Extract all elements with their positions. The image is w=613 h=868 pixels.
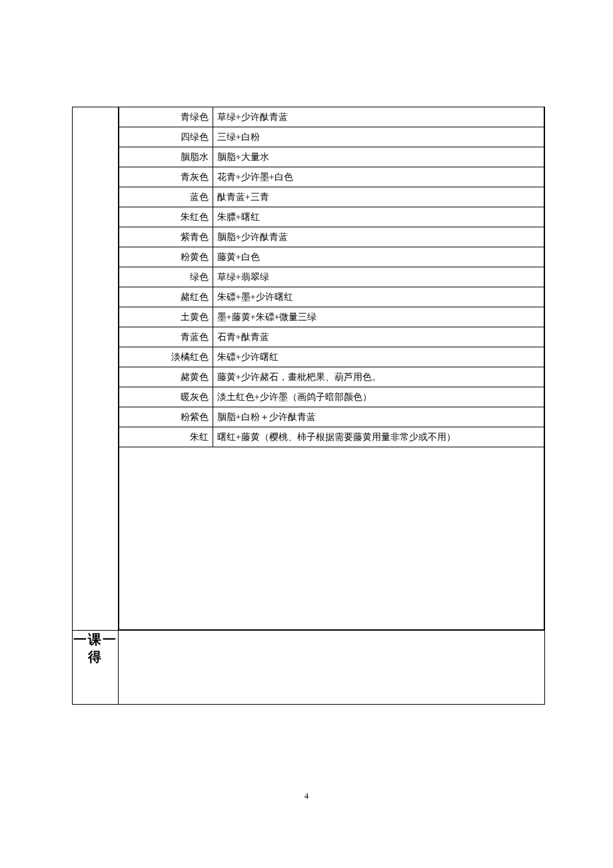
section-label-cell: 一课一得 [73, 631, 119, 705]
main-layout-table: 青绿色草绿+少许酞青蓝四绿色三绿+白粉胭脂水胭脂+大量水青灰色花青+少许墨+白色… [72, 107, 545, 705]
table-row: 赭黄色藤黄+少许赭石，畫枇杷果、葫芦用色。 [119, 367, 544, 387]
color-name-cell: 粉黄色 [119, 247, 213, 267]
content-row: 青绿色草绿+少许酞青蓝四绿色三绿+白粉胭脂水胭脂+大量水青灰色花青+少许墨+白色… [73, 107, 545, 631]
color-name-cell: 绿色 [119, 267, 213, 287]
color-mix-cell: 胭脂+少许酞青蓝 [213, 227, 544, 247]
table-row: 绿色草绿+翡翠绿 [119, 267, 544, 287]
table-row: 朱红色朱膘+曙红 [119, 207, 544, 227]
color-mix-cell: 藤黄+白色 [213, 247, 544, 267]
color-mix-table: 青绿色草绿+少许酞青蓝四绿色三绿+白粉胭脂水胭脂+大量水青灰色花青+少许墨+白色… [119, 107, 544, 630]
color-mix-cell: 淡土红色+少许墨（画鸽子暗部颜色） [213, 387, 544, 407]
color-mix-cell: 藤黄+少许赭石，畫枇杷果、葫芦用色。 [213, 367, 544, 387]
color-mix-cell: 胭脂+大量水 [213, 147, 544, 167]
color-mix-cell: 曙红+藤黄（樱桃、柿子根据需要藤黄用量非常少或不用） [213, 427, 544, 447]
color-name-cell: 暖灰色 [119, 387, 213, 407]
table-row: 四绿色三绿+白粉 [119, 127, 544, 147]
color-name-cell: 紫青色 [119, 227, 213, 247]
color-name-cell: 赭红色 [119, 287, 213, 307]
color-mix-cell: 朱膘+曙红 [213, 207, 544, 227]
color-mix-cell: 胭脂+白粉＋少许酞青蓝 [213, 407, 544, 427]
color-mix-cell: 朱磦+墨+少许曙红 [213, 287, 544, 307]
blank-cell [119, 447, 544, 630]
color-name-cell: 土黄色 [119, 307, 213, 327]
color-name-cell: 胭脂水 [119, 147, 213, 167]
color-mix-cell: 墨+藤黄+朱磦+微量三绿 [213, 307, 544, 327]
color-name-cell: 青绿色 [119, 107, 213, 127]
table-row: 粉黄色藤黄+白色 [119, 247, 544, 267]
color-mix-cell: 朱磦+少许曙红 [213, 347, 544, 367]
document-page: 青绿色草绿+少许酞青蓝四绿色三绿+白粉胭脂水胭脂+大量水青灰色花青+少许墨+白色… [0, 0, 613, 868]
color-mix-cell: 草绿+翡翠绿 [213, 267, 544, 287]
table-row: 胭脂水胭脂+大量水 [119, 147, 544, 167]
color-name-cell: 粉紫色 [119, 407, 213, 427]
color-name-cell: 朱红 [119, 427, 213, 447]
color-mix-cell: 三绿+白粉 [213, 127, 544, 147]
color-mix-cell: 花青+少许墨+白色 [213, 167, 544, 187]
right-content-cell: 青绿色草绿+少许酞青蓝四绿色三绿+白粉胭脂水胭脂+大量水青灰色花青+少许墨+白色… [118, 107, 544, 631]
table-row: 青蓝色石青+酞青蓝 [119, 327, 544, 347]
blank-row [119, 447, 544, 630]
color-name-cell: 青蓝色 [119, 327, 213, 347]
table-row: 淡橘红色朱磦+少许曙红 [119, 347, 544, 367]
color-name-cell: 四绿色 [119, 127, 213, 147]
color-name-cell: 蓝色 [119, 187, 213, 207]
page-number: 4 [0, 791, 613, 801]
left-margin-cell [73, 107, 119, 631]
color-name-cell: 朱红色 [119, 207, 213, 227]
color-mix-cell: 草绿+少许酞青蓝 [213, 107, 544, 127]
color-name-cell: 赭黄色 [119, 367, 213, 387]
table-row: 蓝色酞青蓝+三青 [119, 187, 544, 207]
section-right-cell [118, 631, 544, 705]
table-row: 青绿色草绿+少许酞青蓝 [119, 107, 544, 127]
table-row: 紫青色胭脂+少许酞青蓝 [119, 227, 544, 247]
color-mix-cell: 石青+酞青蓝 [213, 327, 544, 347]
table-row: 青灰色花青+少许墨+白色 [119, 167, 544, 187]
section-row: 一课一得 [73, 631, 545, 705]
table-row: 暖灰色淡土红色+少许墨（画鸽子暗部颜色） [119, 387, 544, 407]
table-row: 粉紫色胭脂+白粉＋少许酞青蓝 [119, 407, 544, 427]
table-row: 朱红曙红+藤黄（樱桃、柿子根据需要藤黄用量非常少或不用） [119, 427, 544, 447]
section-label: 一课一得 [73, 632, 117, 664]
table-row: 土黄色墨+藤黄+朱磦+微量三绿 [119, 307, 544, 327]
color-name-cell: 淡橘红色 [119, 347, 213, 367]
table-row: 赭红色朱磦+墨+少许曙红 [119, 287, 544, 307]
color-mix-cell: 酞青蓝+三青 [213, 187, 544, 207]
color-name-cell: 青灰色 [119, 167, 213, 187]
